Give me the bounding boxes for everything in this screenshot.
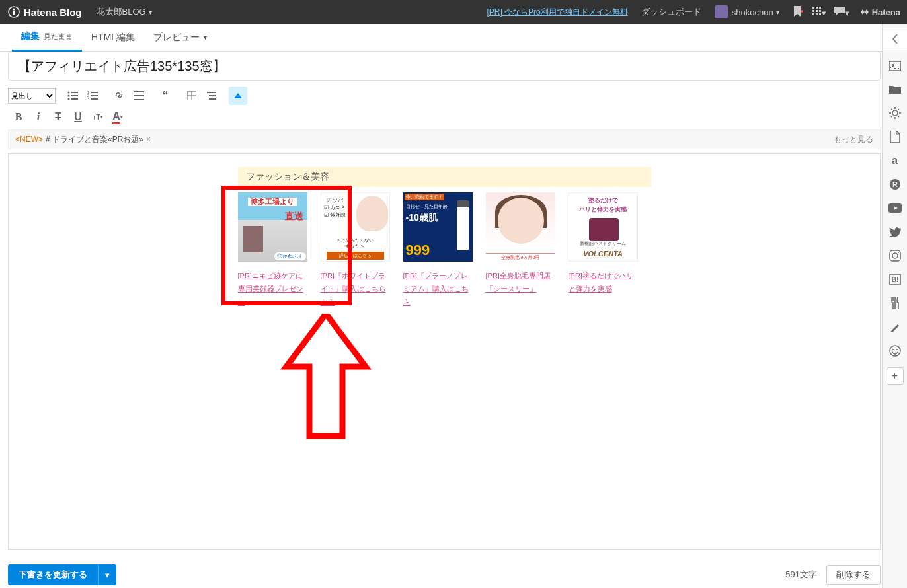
svg-point-40: [892, 253, 898, 258]
document-icon[interactable]: [885, 126, 905, 148]
ad-link[interactable]: [PR]全身脱毛専門店「シースリー」: [486, 270, 555, 296]
svg-rect-9: [812, 13, 814, 15]
strikethrough-icon[interactable]: T: [49, 108, 67, 126]
format-row: B i T U тТ▾ A▾: [8, 107, 881, 127]
svg-rect-4: [816, 7, 818, 9]
collapse-toolbar-icon[interactable]: [229, 87, 247, 105]
svg-rect-26: [134, 99, 144, 100]
link-icon[interactable]: [110, 87, 128, 105]
tag-new-badge: <NEW>: [15, 135, 43, 144]
heading-select[interactable]: 見出し: [8, 88, 56, 104]
svg-rect-31: [209, 95, 216, 96]
ad-link[interactable]: [PR]『ホワイトブライト』購入はこちらから: [321, 270, 390, 309]
apps-icon[interactable]: ▾: [808, 7, 831, 18]
editor-main: 見出し 123 “ B i T U тТ▾ A▾ <NEW> # ドライブと音楽…: [8, 52, 881, 558]
twitter-icon[interactable]: [885, 221, 905, 243]
char-count: 591文字: [785, 569, 817, 581]
blog-selector[interactable]: 花太郎BLOG: [90, 6, 159, 18]
ad-thumbnail[interactable]: 今、売れてます！ 目指せ！見た目年齢 -10歳肌 999: [403, 192, 473, 262]
svg-rect-19: [91, 92, 98, 93]
svg-point-35: [892, 110, 898, 116]
tags-more[interactable]: もっと見る: [834, 134, 873, 145]
svg-text:3: 3: [87, 97, 89, 100]
italic-icon[interactable]: i: [29, 108, 48, 126]
svg-rect-21: [91, 95, 98, 96]
user-menu[interactable]: shokochun: [708, 5, 786, 18]
ad-item: 博多工場より 直送 ◎かねふく [PR]ニキビ跡ケアに専用美顔器プレゼント: [238, 192, 307, 309]
tab-edit[interactable]: 編集見たまま: [12, 24, 82, 52]
add-icon[interactable]: +: [887, 367, 904, 385]
svg-point-41: [898, 252, 899, 253]
svg-point-45: [892, 349, 894, 350]
avatar: [715, 5, 728, 18]
emoji-icon[interactable]: [885, 340, 905, 362]
bottom-bar: 下書きを更新する ▾ 591文字 削除する: [8, 562, 881, 588]
svg-rect-15: [71, 95, 78, 96]
svg-point-16: [68, 98, 70, 100]
update-dropdown-button[interactable]: ▾: [98, 564, 116, 585]
tab-html[interactable]: HTML編集: [82, 24, 144, 52]
editor-content[interactable]: ファッション＆美容 博多工場より 直送 ◎かねふく [PR]ニキビ跡ケアに専用美…: [8, 153, 881, 550]
photo-icon[interactable]: [885, 54, 905, 77]
pr-link[interactable]: [PR] 今ならPro利用で独自ドメイン無料: [480, 7, 634, 18]
svg-rect-2: [13, 11, 15, 15]
ad-link[interactable]: [PR]『プラーノプレミアム』購入はこちら: [403, 270, 473, 309]
instagram-icon[interactable]: [885, 244, 905, 267]
font-color-icon[interactable]: A▾: [108, 108, 127, 126]
rakuten-icon[interactable]: R: [885, 173, 905, 196]
youtube-icon[interactable]: [885, 197, 905, 219]
svg-point-12: [68, 92, 70, 94]
ad-link[interactable]: [PR]ニキビ跡ケアに専用美顔器プレゼント: [238, 270, 307, 309]
toolbar: 見出し 123 “: [8, 85, 881, 107]
tab-preview[interactable]: プレビュー: [144, 24, 216, 52]
quote-icon[interactable]: “: [156, 87, 175, 105]
dashboard-link[interactable]: ダッシュボード: [635, 6, 708, 18]
bold-icon[interactable]: B: [9, 108, 28, 126]
font-size-icon[interactable]: тТ▾: [89, 108, 107, 126]
ad-thumbnail[interactable]: 全身脱毛 9ヵ月0円: [486, 192, 555, 262]
folder-icon[interactable]: [885, 78, 905, 100]
annotation-arrow-icon: [276, 314, 375, 446]
svg-rect-5: [819, 7, 821, 9]
ad-item: 全身脱毛 9ヵ月0円 [PR]全身脱毛専門店「シースリー」: [486, 192, 555, 309]
chat-icon[interactable]: ▾: [831, 7, 853, 18]
category-header: ファッション＆美容: [238, 167, 651, 187]
update-draft-button[interactable]: 下書きを更新する: [8, 564, 98, 585]
svg-rect-25: [134, 95, 144, 96]
ad-item: ☑ ソバ ☑ カスミ ☑ 紫外線 もう悩みたくない あなたへ 詳しくはこちら […: [321, 192, 390, 309]
settings-icon[interactable]: [885, 102, 905, 124]
svg-rect-24: [134, 91, 144, 92]
bullet-list-icon[interactable]: [63, 87, 82, 105]
underline-icon[interactable]: U: [69, 108, 87, 126]
logo-icon: [8, 6, 20, 18]
bookmark-icon[interactable]: [786, 6, 808, 18]
svg-rect-13: [71, 92, 78, 93]
hatena-services[interactable]: Hatena: [853, 7, 907, 17]
tag-remove-icon[interactable]: ×: [146, 135, 151, 144]
ad-thumbnail[interactable]: 博多工場より 直送 ◎かねふく: [238, 192, 307, 262]
hatena-logo[interactable]: Hatena Blog: [0, 6, 90, 18]
svg-text:R: R: [892, 180, 898, 188]
restaurant-icon[interactable]: [885, 292, 905, 314]
title-input[interactable]: [8, 52, 881, 81]
amazon-icon[interactable]: a: [885, 149, 905, 172]
top-bar: Hatena Blog 花太郎BLOG [PR] 今ならPro利用で独自ドメイン…: [0, 0, 907, 24]
ad-thumbnail[interactable]: 塗るだけで ハリと弾力を実感 新機能バストクリーム VOLCENTA: [569, 192, 638, 262]
svg-rect-7: [816, 10, 818, 12]
hatena-b-icon[interactable]: B!: [885, 268, 905, 291]
ad-item: 塗るだけで ハリと弾力を実感 新機能バストクリーム VOLCENTA [PR]塗…: [569, 192, 638, 309]
ad-link[interactable]: [PR]塗るだけでハリと弾力を実感: [569, 270, 638, 296]
svg-point-14: [68, 95, 70, 97]
ad-thumbnail[interactable]: ☑ ソバ ☑ カスミ ☑ 紫外線 もう悩みたくない あなたへ 詳しくはこちら: [321, 192, 390, 262]
table-icon[interactable]: [182, 87, 201, 105]
tag-item[interactable]: # ドライブと音楽«PRお題»: [46, 134, 143, 145]
toc-icon[interactable]: [202, 87, 221, 105]
svg-rect-17: [71, 98, 78, 100]
read-more-icon[interactable]: [130, 87, 148, 105]
pen-icon[interactable]: [885, 316, 905, 338]
rail-collapse-icon[interactable]: [883, 28, 908, 50]
svg-rect-8: [819, 10, 821, 12]
numbered-list-icon[interactable]: 123: [83, 87, 102, 105]
delete-button[interactable]: 削除する: [826, 565, 881, 585]
svg-rect-3: [812, 7, 814, 9]
